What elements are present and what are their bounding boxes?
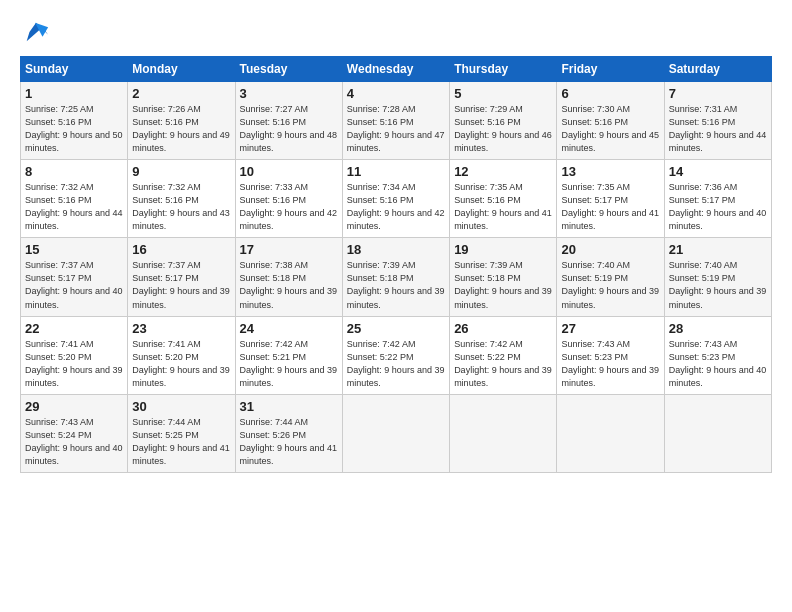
week-row-5: 29 Sunrise: 7:43 AMSunset: 5:24 PMDaylig… — [21, 394, 772, 472]
cell-content: Sunrise: 7:26 AMSunset: 5:16 PMDaylight:… — [132, 103, 230, 155]
day-number: 26 — [454, 321, 552, 336]
calendar-cell: 2 Sunrise: 7:26 AMSunset: 5:16 PMDayligh… — [128, 82, 235, 160]
cell-content: Sunrise: 7:44 AMSunset: 5:26 PMDaylight:… — [240, 416, 338, 468]
cell-content: Sunrise: 7:34 AMSunset: 5:16 PMDaylight:… — [347, 181, 445, 233]
cell-content: Sunrise: 7:39 AMSunset: 5:18 PMDaylight:… — [347, 259, 445, 311]
day-number: 23 — [132, 321, 230, 336]
day-number: 10 — [240, 164, 338, 179]
calendar-cell: 6 Sunrise: 7:30 AMSunset: 5:16 PMDayligh… — [557, 82, 664, 160]
header-row: SundayMondayTuesdayWednesdayThursdayFrid… — [21, 57, 772, 82]
calendar-cell: 25 Sunrise: 7:42 AMSunset: 5:22 PMDaylig… — [342, 316, 449, 394]
calendar-cell: 18 Sunrise: 7:39 AMSunset: 5:18 PMDaylig… — [342, 238, 449, 316]
calendar-cell: 15 Sunrise: 7:37 AMSunset: 5:17 PMDaylig… — [21, 238, 128, 316]
day-number: 14 — [669, 164, 767, 179]
calendar-cell — [342, 394, 449, 472]
cell-content: Sunrise: 7:35 AMSunset: 5:17 PMDaylight:… — [561, 181, 659, 233]
calendar-cell: 16 Sunrise: 7:37 AMSunset: 5:17 PMDaylig… — [128, 238, 235, 316]
cell-content: Sunrise: 7:41 AMSunset: 5:20 PMDaylight:… — [132, 338, 230, 390]
cell-content: Sunrise: 7:44 AMSunset: 5:25 PMDaylight:… — [132, 416, 230, 468]
day-number: 2 — [132, 86, 230, 101]
day-number: 12 — [454, 164, 552, 179]
day-number: 3 — [240, 86, 338, 101]
calendar-cell: 28 Sunrise: 7:43 AMSunset: 5:23 PMDaylig… — [664, 316, 771, 394]
col-header-tuesday: Tuesday — [235, 57, 342, 82]
week-row-4: 22 Sunrise: 7:41 AMSunset: 5:20 PMDaylig… — [21, 316, 772, 394]
calendar-cell: 8 Sunrise: 7:32 AMSunset: 5:16 PMDayligh… — [21, 160, 128, 238]
day-number: 29 — [25, 399, 123, 414]
calendar-cell: 22 Sunrise: 7:41 AMSunset: 5:20 PMDaylig… — [21, 316, 128, 394]
week-row-2: 8 Sunrise: 7:32 AMSunset: 5:16 PMDayligh… — [21, 160, 772, 238]
day-number: 11 — [347, 164, 445, 179]
calendar-cell: 21 Sunrise: 7:40 AMSunset: 5:19 PMDaylig… — [664, 238, 771, 316]
cell-content: Sunrise: 7:38 AMSunset: 5:18 PMDaylight:… — [240, 259, 338, 311]
day-number: 25 — [347, 321, 445, 336]
day-number: 13 — [561, 164, 659, 179]
cell-content: Sunrise: 7:28 AMSunset: 5:16 PMDaylight:… — [347, 103, 445, 155]
calendar-cell: 26 Sunrise: 7:42 AMSunset: 5:22 PMDaylig… — [450, 316, 557, 394]
cell-content: Sunrise: 7:43 AMSunset: 5:23 PMDaylight:… — [669, 338, 767, 390]
day-number: 20 — [561, 242, 659, 257]
cell-content: Sunrise: 7:33 AMSunset: 5:16 PMDaylight:… — [240, 181, 338, 233]
day-number: 16 — [132, 242, 230, 257]
col-header-monday: Monday — [128, 57, 235, 82]
cell-content: Sunrise: 7:37 AMSunset: 5:17 PMDaylight:… — [25, 259, 123, 311]
cell-content: Sunrise: 7:42 AMSunset: 5:22 PMDaylight:… — [347, 338, 445, 390]
page: SundayMondayTuesdayWednesdayThursdayFrid… — [0, 0, 792, 483]
calendar-cell — [664, 394, 771, 472]
calendar-cell: 29 Sunrise: 7:43 AMSunset: 5:24 PMDaylig… — [21, 394, 128, 472]
cell-content: Sunrise: 7:30 AMSunset: 5:16 PMDaylight:… — [561, 103, 659, 155]
cell-content: Sunrise: 7:40 AMSunset: 5:19 PMDaylight:… — [669, 259, 767, 311]
day-number: 24 — [240, 321, 338, 336]
calendar-cell: 12 Sunrise: 7:35 AMSunset: 5:16 PMDaylig… — [450, 160, 557, 238]
cell-content: Sunrise: 7:29 AMSunset: 5:16 PMDaylight:… — [454, 103, 552, 155]
calendar-cell: 10 Sunrise: 7:33 AMSunset: 5:16 PMDaylig… — [235, 160, 342, 238]
calendar-cell: 24 Sunrise: 7:42 AMSunset: 5:21 PMDaylig… — [235, 316, 342, 394]
calendar-cell: 19 Sunrise: 7:39 AMSunset: 5:18 PMDaylig… — [450, 238, 557, 316]
calendar-cell: 30 Sunrise: 7:44 AMSunset: 5:25 PMDaylig… — [128, 394, 235, 472]
cell-content: Sunrise: 7:32 AMSunset: 5:16 PMDaylight:… — [132, 181, 230, 233]
cell-content: Sunrise: 7:35 AMSunset: 5:16 PMDaylight:… — [454, 181, 552, 233]
header — [20, 18, 772, 46]
calendar-cell — [557, 394, 664, 472]
day-number: 19 — [454, 242, 552, 257]
cell-content: Sunrise: 7:32 AMSunset: 5:16 PMDaylight:… — [25, 181, 123, 233]
calendar-cell: 27 Sunrise: 7:43 AMSunset: 5:23 PMDaylig… — [557, 316, 664, 394]
cell-content: Sunrise: 7:42 AMSunset: 5:22 PMDaylight:… — [454, 338, 552, 390]
cell-content: Sunrise: 7:37 AMSunset: 5:17 PMDaylight:… — [132, 259, 230, 311]
day-number: 28 — [669, 321, 767, 336]
cell-content: Sunrise: 7:25 AMSunset: 5:16 PMDaylight:… — [25, 103, 123, 155]
week-row-3: 15 Sunrise: 7:37 AMSunset: 5:17 PMDaylig… — [21, 238, 772, 316]
calendar-cell: 5 Sunrise: 7:29 AMSunset: 5:16 PMDayligh… — [450, 82, 557, 160]
cell-content: Sunrise: 7:27 AMSunset: 5:16 PMDaylight:… — [240, 103, 338, 155]
week-row-1: 1 Sunrise: 7:25 AMSunset: 5:16 PMDayligh… — [21, 82, 772, 160]
col-header-saturday: Saturday — [664, 57, 771, 82]
col-header-sunday: Sunday — [21, 57, 128, 82]
calendar-cell: 3 Sunrise: 7:27 AMSunset: 5:16 PMDayligh… — [235, 82, 342, 160]
col-header-friday: Friday — [557, 57, 664, 82]
calendar-cell: 23 Sunrise: 7:41 AMSunset: 5:20 PMDaylig… — [128, 316, 235, 394]
calendar-cell: 4 Sunrise: 7:28 AMSunset: 5:16 PMDayligh… — [342, 82, 449, 160]
day-number: 4 — [347, 86, 445, 101]
cell-content: Sunrise: 7:42 AMSunset: 5:21 PMDaylight:… — [240, 338, 338, 390]
cell-content: Sunrise: 7:31 AMSunset: 5:16 PMDaylight:… — [669, 103, 767, 155]
col-header-thursday: Thursday — [450, 57, 557, 82]
calendar-cell: 13 Sunrise: 7:35 AMSunset: 5:17 PMDaylig… — [557, 160, 664, 238]
day-number: 6 — [561, 86, 659, 101]
col-header-wednesday: Wednesday — [342, 57, 449, 82]
cell-content: Sunrise: 7:43 AMSunset: 5:23 PMDaylight:… — [561, 338, 659, 390]
calendar-cell: 20 Sunrise: 7:40 AMSunset: 5:19 PMDaylig… — [557, 238, 664, 316]
day-number: 27 — [561, 321, 659, 336]
logo — [20, 18, 50, 46]
day-number: 8 — [25, 164, 123, 179]
day-number: 7 — [669, 86, 767, 101]
day-number: 17 — [240, 242, 338, 257]
cell-content: Sunrise: 7:43 AMSunset: 5:24 PMDaylight:… — [25, 416, 123, 468]
calendar-cell: 7 Sunrise: 7:31 AMSunset: 5:16 PMDayligh… — [664, 82, 771, 160]
calendar-cell: 14 Sunrise: 7:36 AMSunset: 5:17 PMDaylig… — [664, 160, 771, 238]
cell-content: Sunrise: 7:40 AMSunset: 5:19 PMDaylight:… — [561, 259, 659, 311]
cell-content: Sunrise: 7:41 AMSunset: 5:20 PMDaylight:… — [25, 338, 123, 390]
cell-content: Sunrise: 7:39 AMSunset: 5:18 PMDaylight:… — [454, 259, 552, 311]
logo-icon — [22, 18, 50, 46]
calendar-cell: 11 Sunrise: 7:34 AMSunset: 5:16 PMDaylig… — [342, 160, 449, 238]
calendar-cell: 31 Sunrise: 7:44 AMSunset: 5:26 PMDaylig… — [235, 394, 342, 472]
